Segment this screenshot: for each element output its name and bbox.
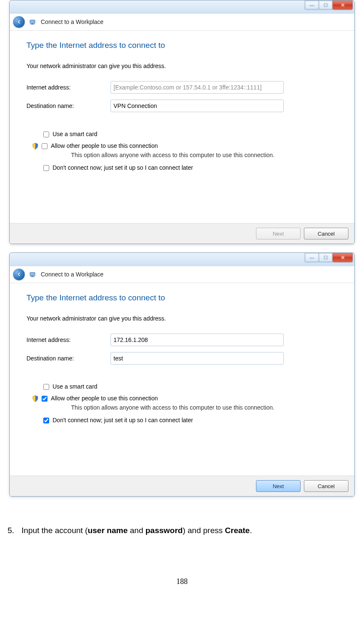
instruction-text-2: and (128, 526, 145, 535)
next-button[interactable]: Next (256, 228, 301, 239)
dont-connect-label: Don't connect now; just set it up so I c… (53, 417, 193, 423)
wizard-window-2: — ☐ ✕ Connect to a Workplace Type the In… (9, 252, 355, 497)
svg-rect-3 (30, 273, 35, 276)
wizard-window-1: — ☐ ✕ Connect to a Workplace Type the In… (9, 0, 355, 244)
destination-name-input[interactable] (111, 352, 284, 365)
smartcard-checkbox[interactable] (43, 131, 49, 137)
instruction-text-4: . (250, 526, 252, 535)
smartcard-checkbox[interactable] (43, 384, 49, 390)
shield-icon (32, 395, 39, 402)
instruction-bold-password: password (145, 526, 183, 535)
next-button[interactable]: Next (256, 480, 301, 492)
internet-address-label: Internet address: (26, 84, 111, 91)
page-heading: Type the Internet address to connect to (26, 293, 338, 302)
instruction-bold-create: Create (225, 526, 250, 535)
minimize-button[interactable]: — (305, 0, 319, 10)
allow-others-sublabel: This option allows anyone with access to… (71, 152, 338, 158)
navbar: Connect to a Workplace (10, 13, 354, 31)
allow-others-sublabel: This option allows anyone with access to… (71, 404, 338, 411)
svg-rect-4 (31, 276, 34, 277)
shield-icon (32, 142, 39, 150)
close-button[interactable]: ✕ (332, 0, 353, 10)
workplace-icon (29, 271, 37, 278)
instruction-text-3: ) and press (183, 526, 225, 535)
svg-rect-2 (31, 24, 34, 24)
internet-address-input[interactable] (111, 81, 284, 94)
wizard-title: Connect to a Workplace (41, 271, 103, 278)
close-button[interactable]: ✕ (332, 253, 353, 262)
instruction-step-5: 5. Input the account (user name and pass… (8, 526, 364, 535)
navbar: Connect to a Workplace (10, 266, 354, 283)
allow-others-checkbox[interactable] (42, 396, 47, 402)
cancel-button[interactable]: Cancel (304, 480, 348, 492)
page-subtext: Your network administrator can give you … (26, 315, 338, 322)
destination-name-input[interactable] (111, 100, 284, 112)
titlebar: — ☐ ✕ (10, 253, 354, 266)
wizard-title: Connect to a Workplace (41, 18, 103, 25)
step-number: 5. (8, 526, 19, 535)
titlebar: — ☐ ✕ (10, 0, 354, 13)
smartcard-label: Use a smart card (53, 131, 98, 137)
svg-rect-5 (31, 276, 34, 277)
smartcard-label: Use a smart card (53, 383, 98, 390)
back-button[interactable] (13, 16, 25, 28)
page-heading: Type the Internet address to connect to (26, 41, 338, 50)
allow-others-label: Allow other people to use this connectio… (51, 142, 158, 149)
back-button[interactable] (13, 268, 25, 280)
dont-connect-checkbox[interactable] (43, 165, 49, 171)
workplace-icon (29, 18, 37, 26)
minimize-button[interactable]: — (305, 253, 319, 262)
maximize-button[interactable]: ☐ (319, 0, 333, 10)
page-subtext: Your network administrator can give you … (26, 63, 338, 69)
instruction-text-1: Input the account ( (21, 526, 87, 535)
svg-rect-0 (30, 20, 35, 24)
svg-rect-1 (31, 24, 34, 24)
allow-others-label: Allow other people to use this connectio… (51, 395, 158, 402)
internet-address-label: Internet address: (26, 336, 111, 343)
destination-name-label: Destination name: (26, 103, 111, 109)
instruction-bold-username: user name (88, 526, 128, 535)
maximize-button[interactable]: ☐ (319, 253, 333, 262)
allow-others-checkbox[interactable] (42, 143, 47, 149)
internet-address-input[interactable] (111, 334, 284, 346)
dont-connect-label: Don't connect now; just set it up so I c… (53, 164, 193, 171)
page-number: 188 (0, 577, 364, 586)
cancel-button[interactable]: Cancel (304, 228, 348, 239)
destination-name-label: Destination name: (26, 355, 111, 362)
dont-connect-checkbox[interactable] (43, 418, 49, 423)
